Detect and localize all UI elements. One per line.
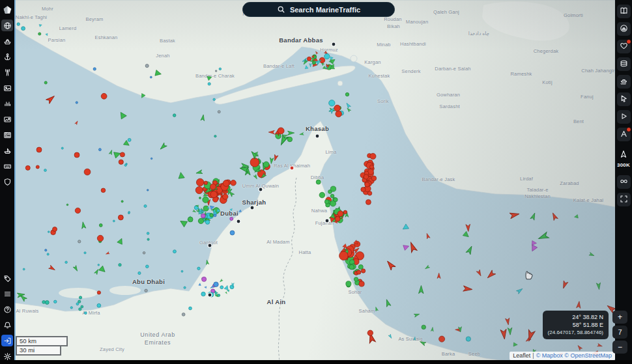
vessel-marker[interactable]	[93, 68, 96, 70]
vessel-marker[interactable]	[224, 285, 229, 290]
vessel-marker[interactable]	[210, 191, 217, 198]
vessel-marker[interactable]	[53, 227, 57, 232]
vessel-marker[interactable]	[577, 301, 582, 308]
vessel-marker[interactable]	[330, 186, 336, 191]
vessel-marker[interactable]	[75, 120, 79, 125]
vessel-marker[interactable]	[120, 152, 124, 157]
vessel-marker[interactable]	[84, 312, 87, 315]
sidebar-item-protect[interactable]	[1, 176, 13, 188]
vessel-marker[interactable]	[94, 268, 100, 274]
vessel-marker[interactable]	[198, 218, 203, 223]
vessel-marker[interactable]	[192, 210, 196, 213]
vessel-marker[interactable]	[124, 164, 126, 166]
vessel-marker[interactable]	[506, 318, 511, 325]
vessel-marker[interactable]	[597, 344, 603, 348]
vessel-marker[interactable]	[530, 245, 538, 253]
vessel-marker[interactable]	[204, 181, 208, 185]
vessel-marker[interactable]	[84, 169, 91, 175]
vessel-marker[interactable]	[263, 161, 269, 167]
vessel-marker[interactable]	[307, 57, 311, 61]
vessel-marker[interactable]	[330, 194, 334, 198]
vessel-marker[interactable]	[324, 53, 330, 59]
vessel-marker[interactable]	[339, 251, 349, 260]
vessel-marker[interactable]	[76, 303, 79, 305]
vessel-marker[interactable]	[195, 187, 203, 194]
vessel-marker[interactable]	[204, 286, 206, 288]
vessel-marker[interactable]	[208, 83, 210, 85]
measure-button[interactable]	[617, 128, 631, 141]
vessel-marker[interactable]	[74, 152, 79, 158]
vessel-marker[interactable]	[128, 138, 131, 141]
vessel-marker[interactable]	[510, 211, 520, 219]
vessel-count[interactable]: 300K	[617, 150, 630, 168]
vessel-marker[interactable]	[36, 165, 39, 169]
vessel-marker[interactable]	[388, 334, 393, 339]
vessel-marker[interactable]	[140, 94, 145, 99]
vessel-marker[interactable]	[589, 253, 595, 257]
vessel-marker[interactable]	[36, 147, 42, 152]
vessel-marker[interactable]	[182, 313, 185, 316]
vessel-marker[interactable]	[201, 115, 205, 121]
vessel-marker[interactable]	[463, 286, 473, 292]
vessel-marker[interactable]	[220, 286, 223, 289]
vessel-marker[interactable]	[201, 214, 206, 218]
vessel-marker[interactable]	[309, 63, 312, 67]
port-marker[interactable]	[315, 134, 319, 138]
vessel-marker[interactable]	[106, 252, 109, 255]
vessel-marker[interactable]	[70, 307, 72, 309]
sidebar-item-gallery[interactable]	[1, 113, 13, 125]
vessel-marker[interactable]	[401, 224, 409, 232]
vessel-marker[interactable]	[219, 279, 223, 283]
vessel-marker[interactable]	[356, 270, 361, 275]
vessel-marker[interactable]	[384, 299, 391, 307]
sidebar-item-notifications[interactable]	[1, 319, 13, 331]
port-marker[interactable]	[250, 206, 254, 210]
sidebar-item-pilot[interactable]	[1, 145, 13, 156]
vessel-marker[interactable]	[329, 100, 335, 106]
vessel-marker[interactable]	[214, 135, 216, 137]
vessel-marker[interactable]	[76, 102, 78, 104]
vessel-marker[interactable]	[214, 282, 218, 287]
vessel-marker[interactable]	[364, 175, 368, 179]
vessel-marker[interactable]	[508, 328, 512, 335]
vessel-marker[interactable]	[366, 199, 371, 204]
vessel-marker[interactable]	[218, 111, 220, 113]
vessel-marker[interactable]	[44, 81, 47, 84]
vessel-marker[interactable]	[178, 172, 184, 178]
vessel-marker[interactable]	[151, 158, 152, 159]
vessel-marker[interactable]	[530, 212, 537, 220]
vessel-marker[interactable]	[147, 189, 148, 191]
vessel-marker[interactable]	[147, 232, 149, 235]
port-marker[interactable]	[208, 244, 212, 247]
vessel-marker[interactable]	[118, 215, 123, 220]
playback-button[interactable]	[617, 110, 631, 124]
vessel-marker[interactable]	[210, 214, 214, 217]
vessel-marker[interactable]	[287, 137, 292, 141]
port-marker[interactable]	[290, 166, 294, 170]
vessel-marker[interactable]	[202, 277, 207, 281]
vessel-marker[interactable]	[403, 244, 410, 250]
vessel-marker[interactable]	[118, 111, 126, 119]
vessel-marker[interactable]	[42, 301, 46, 304]
vessel-marker[interactable]	[367, 191, 372, 196]
vessel-marker[interactable]	[101, 93, 107, 99]
vessel-marker[interactable]	[45, 300, 49, 304]
vessel-marker[interactable]	[466, 224, 470, 231]
vessel-marker[interactable]	[561, 281, 567, 289]
vessel-marker[interactable]	[319, 192, 325, 198]
vessel-marker[interactable]	[215, 70, 216, 72]
vessel-marker[interactable]	[75, 208, 80, 213]
vessel-marker[interactable]	[422, 325, 426, 329]
port-marker[interactable]	[208, 293, 212, 297]
sidebar-item-console[interactable]	[1, 160, 13, 172]
vessel-marker[interactable]	[25, 165, 30, 170]
vessel-marker[interactable]	[414, 337, 416, 341]
vessel-marker[interactable]	[101, 188, 106, 193]
vessel-marker[interactable]	[179, 218, 187, 227]
vessel-marker[interactable]	[181, 270, 183, 272]
vessel-marker[interactable]	[375, 307, 379, 311]
vessel-marker[interactable]	[213, 98, 215, 100]
sidebar-item-logo[interactable]	[1, 4, 13, 16]
favorites-button[interactable]	[617, 40, 631, 53]
vessel-marker[interactable]	[214, 214, 216, 217]
